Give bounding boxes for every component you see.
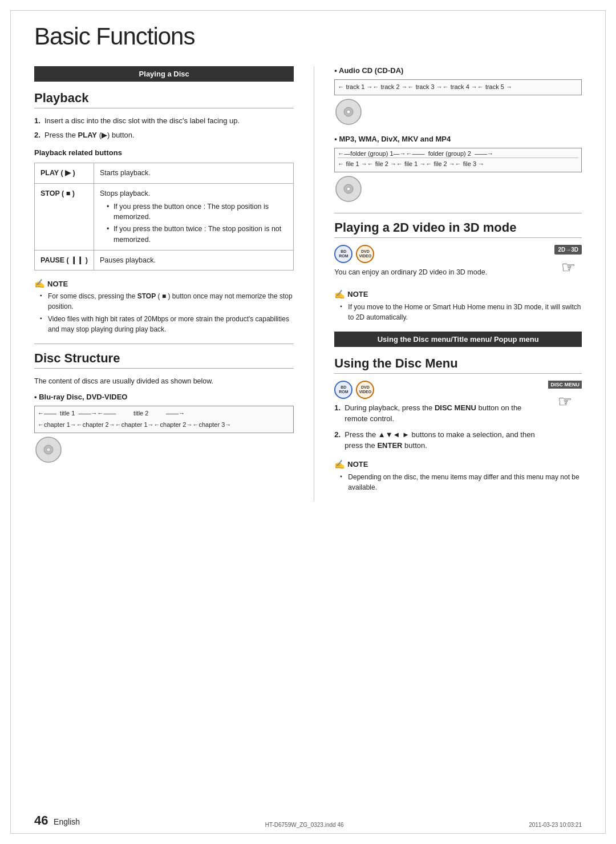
step-1-num: 1. <box>34 115 40 127</box>
using-disc-step-2: 2. Press the ▲▼◄ ► buttons to make a sel… <box>334 429 542 451</box>
audio-cd-label: Audio CD (CD-DA) <box>334 66 582 75</box>
using-disc-header: Using the Disc menu/Title menu/ Popup me… <box>334 332 582 347</box>
note-title-playback: ✍ NOTE <box>34 278 294 289</box>
disc-structure-title: Disc Structure <box>34 351 294 369</box>
note-title-3d: ✍ NOTE <box>334 289 582 300</box>
note-icon: ✍ <box>34 278 45 289</box>
note-section-3d: ✍ NOTE If you move to the Home or Smart … <box>334 289 582 322</box>
pause-key: PAUSE ( ❙❙ ) <box>35 250 94 270</box>
mp3-disc-icon <box>334 175 582 205</box>
3d-mode-content: BDROM DVDVIDEO You can enjoy an ordinary… <box>334 245 582 284</box>
note-disc-item-1: Depending on the disc, the menu items ma… <box>340 472 582 492</box>
note-icon-disc: ✍ <box>334 459 345 470</box>
left-column: Playing a Disc Playback 1. Insert a disc… <box>34 66 294 502</box>
audio-cd-tracks: ← track 1 →← track 2 →← track 3 →← track… <box>338 82 578 93</box>
svg-point-7 <box>347 110 350 114</box>
page-number-block: 46 English <box>34 813 80 828</box>
footer-file: HT-D6759W_ZG_0323.indd 46 <box>265 822 344 828</box>
audio-cd-diagram: ← track 1 →← track 2 →← track 3 →← track… <box>334 79 582 95</box>
step-2: 2. Press the PLAY (▶) button. <box>34 130 294 141</box>
right-column: Audio CD (CD-DA) ← track 1 →← track 2 →←… <box>334 66 582 502</box>
stop-value: Stops playback. • If you press the butto… <box>94 183 293 250</box>
audio-cd-disc-icon <box>334 98 582 128</box>
using-disc-step-1-num: 1. <box>334 402 341 414</box>
svg-point-10 <box>347 187 350 191</box>
step-1: 1. Insert a disc into the disc slot with… <box>34 115 294 127</box>
table-row-pause: PAUSE ( ❙❙ ) Pauses playback. <box>35 250 294 270</box>
dvd-video-icon-2: DVDVIDEO <box>356 381 374 399</box>
bd-icons-group: BDROM DVDVIDEO <box>334 245 549 263</box>
3d-mode-description: You can enjoy an ordinary 2D video in 3D… <box>334 266 549 278</box>
mp3-diagram: ←—folder (group) 1—→←—— folder (group) 2… <box>334 148 582 172</box>
mp3-label: MP3, WMA, DivX, MKV and MP4 <box>334 135 582 143</box>
using-disc-content: BDROM DVDVIDEO 1. During playback, press… <box>334 381 582 459</box>
playing-disc-header: Playing a Disc <box>34 66 294 82</box>
bd-rom-icon: BDROM <box>334 245 352 263</box>
playback-title: Playback <box>34 91 294 108</box>
note-section-playback: ✍ NOTE For some discs, pressing the STOP… <box>34 278 294 334</box>
bluray-disc-icon <box>34 435 294 466</box>
using-disc-text: BDROM DVDVIDEO 1. During playback, press… <box>334 381 542 459</box>
bluray-chapter-row: ←chapter 1→←chapter 2→←chapter 1→←chapte… <box>38 419 290 431</box>
using-disc-title: Using the Disc Menu <box>334 356 582 374</box>
stop-key: STOP ( ■ ) <box>35 183 94 250</box>
page-lang: English <box>54 817 80 826</box>
playback-buttons-table: PLAY ( ▶ ) Starts playback. STOP ( ■ ) S… <box>34 163 294 270</box>
disc-menu-label: DISC MENU <box>548 381 582 389</box>
table-row-play: PLAY ( ▶ ) Starts playback. <box>35 163 294 184</box>
mp3-file-row: ← file 1 →← file 2 →← file 1 →← file 2 →… <box>338 159 578 170</box>
disc-structure-section: Disc Structure The content of discs are … <box>34 351 294 466</box>
play-key: PLAY ( ▶ ) <box>35 163 94 184</box>
3d-mode-text: BDROM DVDVIDEO You can enjoy an ordinary… <box>334 245 549 284</box>
bd-rom-icon-2: BDROM <box>334 381 352 399</box>
note-list-disc-menu: Depending on the disc, the menu items ma… <box>334 472 582 492</box>
note-icon-3d: ✍ <box>334 289 345 300</box>
step-2-num: 2. <box>34 130 40 141</box>
note-list-3d: If you move to the Home or Smart Hub Hom… <box>334 302 582 322</box>
disc-structure-text: The content of discs are usually divided… <box>34 375 294 387</box>
playing-3d-title: Playing a 2D video in 3D mode <box>334 220 582 238</box>
bluray-diagram: ←—— title 1 ——→←—— title 2 ——→ ←chapter … <box>34 406 294 433</box>
pause-value: Pauses playback. <box>94 250 293 270</box>
hand-icon: ☞ <box>561 258 576 277</box>
mp3-folder-row: ←—folder (group) 1—→←—— folder (group) 2… <box>338 150 578 158</box>
bd-icons-disc-menu: BDROM DVDVIDEO <box>334 381 542 399</box>
playback-buttons-title: Playback related buttons <box>34 148 294 157</box>
bluray-label: Blu-ray Disc, DVD-VIDEO <box>34 393 294 401</box>
footer-date: 2011-03-23 10:03:21 <box>529 822 582 828</box>
playback-steps: 1. Insert a disc into the disc slot with… <box>34 115 294 140</box>
page-number: 46 <box>34 813 48 827</box>
using-disc-steps: 1. During playback, press the DISC MENU … <box>334 402 542 451</box>
note-list-playback: For some discs, pressing the STOP ( ■ ) … <box>34 291 294 334</box>
note-3d-item-1: If you move to the Home or Smart Hub Hom… <box>340 302 582 322</box>
table-row-stop: STOP ( ■ ) Stops playback. • If you pres… <box>35 183 294 250</box>
note-title-disc-menu: ✍ NOTE <box>334 459 582 470</box>
note-item-2: Video files with high bit rates of 20Mbp… <box>40 314 294 334</box>
using-disc-step-2-num: 2. <box>334 429 341 441</box>
hand-icon-2: ☞ <box>558 392 572 411</box>
using-disc-step-1: 1. During playback, press the DISC MENU … <box>334 402 542 425</box>
bluray-title-row: ←—— title 1 ——→←—— title 2 ——→ <box>38 408 290 419</box>
play-value: Starts playback. <box>94 163 293 184</box>
page-title: Basic Functions <box>34 23 582 50</box>
disc-menu-icons: DISC MENU ☞ <box>548 381 582 411</box>
note-item-1: For some discs, pressing the STOP ( ■ ) … <box>40 291 294 312</box>
3d-mode-icons: 2D→3D ☞ <box>554 245 582 277</box>
footer: 46 English HT-D6759W_ZG_0323.indd 46 201… <box>34 813 582 828</box>
2d-to-3d-arrow: 2D→3D <box>554 245 582 255</box>
note-section-disc-menu: ✍ NOTE Depending on the disc, the menu i… <box>334 459 582 492</box>
dvd-video-icon: DVDVIDEO <box>356 245 374 263</box>
